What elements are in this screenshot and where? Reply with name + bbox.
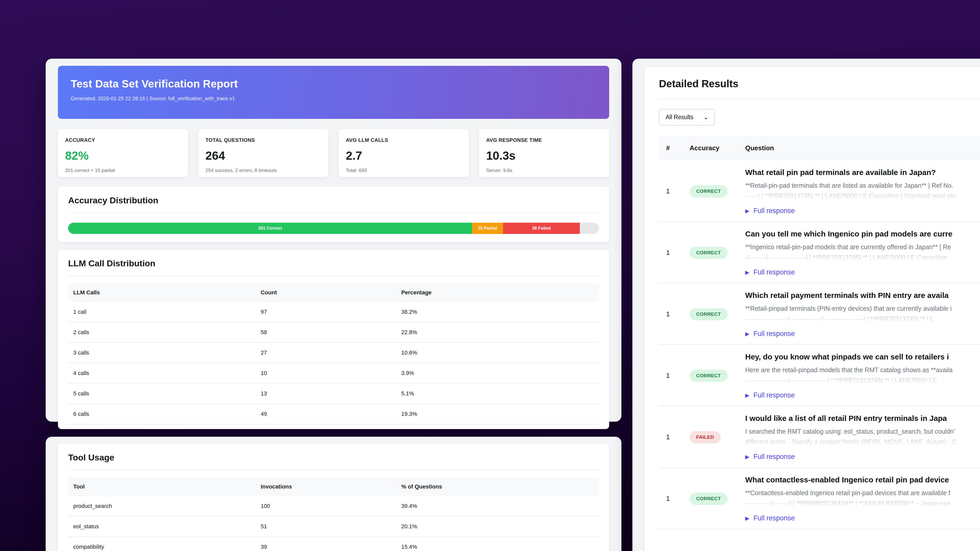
cell-tool: eol_status — [73, 523, 261, 530]
results-table-header: # Accuracy Question — [659, 136, 980, 160]
cell-invocations: 39 — [261, 544, 401, 550]
detailed-results-panel: Detailed Results All Results ⌄ # Accurac… — [632, 59, 980, 551]
question-title: What retail pin pad terminals are availa… — [745, 168, 980, 177]
question-cell: Can you tell me which Ingenico pin pad m… — [745, 229, 980, 276]
question-preview: I searched the RMT catalog using: eol_st… — [745, 426, 980, 447]
accuracy-badge: CORRECT — [690, 492, 728, 505]
question-preview-line1: **Retail-pin-pad terminals that are list… — [745, 180, 980, 191]
question-preview: **Retail-pin-pad terminals that are list… — [745, 180, 980, 201]
full-response-label: Full response — [753, 514, 795, 522]
section-divider — [68, 213, 599, 213]
question-title: Can you tell me which Ingenico pin pad m… — [745, 229, 980, 239]
table-row: 3 calls 27 10.6% — [68, 343, 599, 363]
full-response-link[interactable]: ▶ Full response — [745, 514, 795, 522]
table-row: 2 calls 58 22.8% — [68, 322, 599, 343]
llm-header-calls: LLM Calls — [73, 289, 261, 296]
row-number: 1 — [666, 229, 690, 276]
stat-value: 264 — [205, 149, 321, 162]
question-preview: Here are the retail-pinpad models that t… — [745, 365, 980, 386]
result-row: 1 CORRECT Hey, do you know what pinpads … — [659, 345, 980, 407]
cell-tool: compatibility — [73, 544, 261, 550]
question-preview-line2: -|--------|------------------| | **PRB70… — [745, 252, 980, 263]
stat-label: TOTAL QUESTIONS — [205, 137, 321, 143]
question-preview-line2: ------------|--------| | **PRW80313643A*… — [745, 498, 980, 509]
table-row: compatibility 39 15.4% — [68, 537, 599, 551]
results-table-body: 1 CORRECT What retail pin pad terminals … — [659, 160, 980, 529]
full-response-label: Full response — [753, 268, 795, 276]
cell-percentage: 3.9% — [401, 370, 594, 376]
row-number: 1 — [666, 291, 690, 338]
section-divider — [68, 470, 599, 470]
question-cell: Hey, do you know what pinpads we can sel… — [745, 352, 980, 399]
question-preview: **Contactless-enabled Ingenico retail pi… — [745, 488, 980, 509]
accuracy-badge-cell: FAILED — [690, 413, 745, 461]
stat-label: AVG LLM CALLS — [346, 137, 462, 143]
question-cell: What retail pin pad terminals are availa… — [745, 168, 980, 215]
table-row: product_search 100 39.4% — [68, 496, 599, 516]
tool-usage-title: Tool Usage — [68, 453, 599, 462]
llm-table-body: 1 call 97 38.2% 2 calls 58 22.8% 3 calls… — [68, 302, 599, 424]
accuracy-distribution-card: Accuracy Distribution 201 Correct 15 Par… — [58, 187, 609, 242]
accuracy-bar: 201 Correct 15 Partial 38 Failed — [68, 223, 599, 234]
cell-llm-calls: 1 call — [73, 309, 261, 315]
stat-label: AVG RESPONSE TIME — [486, 137, 602, 143]
full-response-label: Full response — [753, 391, 795, 399]
row-number: 1 — [666, 352, 690, 399]
play-icon: ▶ — [745, 270, 749, 275]
cell-percentage: 10.6% — [401, 349, 594, 356]
stat-subtext: Total: 693 — [346, 168, 462, 173]
row-number: 1 — [666, 168, 690, 215]
full-response-link[interactable]: ▶ Full response — [745, 268, 795, 276]
question-title: I would like a list of all retail PIN en… — [745, 413, 980, 423]
question-preview-line1: **Ingenico retail-pin-pad models that ar… — [745, 242, 980, 252]
stat-card: AVG LLM CALLS 2.7 Total: 693 — [339, 129, 469, 177]
stat-card: AVG RESPONSE TIME 10.3s Server: 9.6s — [479, 129, 609, 177]
full-response-link[interactable]: ▶ Full response — [745, 207, 795, 215]
llm-header-count: Count — [261, 289, 401, 296]
play-icon: ▶ — [745, 454, 749, 459]
play-icon: ▶ — [745, 516, 749, 521]
question-preview-line2: --------------------|---------------|---… — [745, 314, 980, 324]
bar-segment-label: 201 Correct — [258, 226, 282, 231]
llm-distribution-card: LLM Call Distribution LLM Calls Count Pe… — [58, 250, 609, 429]
accuracy-badge-cell: CORRECT — [690, 229, 745, 276]
accuracy-badge: CORRECT — [690, 185, 728, 197]
accuracy-badge-cell: CORRECT — [690, 475, 745, 522]
cell-count: 58 — [261, 329, 401, 336]
cell-percentage: 5.1% — [401, 390, 594, 397]
accuracy-badge-cell: CORRECT — [690, 168, 745, 215]
row-number: 1 — [666, 475, 690, 522]
cell-percentage: 38.2% — [401, 309, 594, 315]
bar-segment-label: 15 Partial — [478, 226, 497, 231]
full-response-label: Full response — [753, 330, 795, 338]
full-response-label: Full response — [753, 207, 795, 215]
full-response-link[interactable]: ▶ Full response — [745, 330, 795, 338]
report-header-banner: Test Data Set Verification Report Genera… — [58, 66, 609, 119]
results-header-number: # — [666, 144, 690, 152]
cell-percentage: 19.3% — [401, 411, 594, 417]
full-response-link[interactable]: ▶ Full response — [745, 391, 795, 399]
stat-card: TOTAL QUESTIONS 264 254 success, 2 error… — [198, 129, 328, 177]
accuracy-badge-cell: CORRECT — [690, 352, 745, 399]
result-row: 1 CORRECT Can you tell me which Ingenico… — [659, 222, 980, 283]
cell-tool: product_search — [73, 503, 261, 510]
report-title: Test Data Set Verification Report — [71, 78, 597, 90]
cell-llm-calls: 2 calls — [73, 329, 261, 336]
table-row: 1 call 97 38.2% — [68, 302, 599, 322]
cell-count: 13 — [261, 390, 401, 397]
question-preview: **Ingenico retail-pin-pad models that ar… — [745, 242, 980, 263]
stat-subtext: Server: 9.6s — [486, 168, 602, 173]
accuracy-badge-cell: CORRECT — [690, 291, 745, 338]
question-title: Hey, do you know what pinpads we can sel… — [745, 352, 980, 362]
full-response-link[interactable]: ▶ Full response — [745, 453, 795, 461]
results-filter-select[interactable]: All Results ⌄ — [659, 109, 715, 125]
question-preview-line1: I searched the RMT catalog using: eol_st… — [745, 426, 980, 437]
stat-subtext: 201 correct + 15 partial — [65, 168, 181, 173]
cell-pct-questions: 15.4% — [401, 544, 594, 550]
stat-value: 2.7 — [346, 149, 462, 162]
tool-header-invocations: Invocations — [261, 483, 401, 490]
accuracy-bar-segment: 38 Failed — [503, 223, 580, 234]
results-filter-value: All Results — [666, 114, 694, 121]
question-preview: **Retail-pinpad terminals (PIN-entry dev… — [745, 303, 980, 324]
result-row: 1 CORRECT Which retail payment terminals… — [659, 283, 980, 345]
